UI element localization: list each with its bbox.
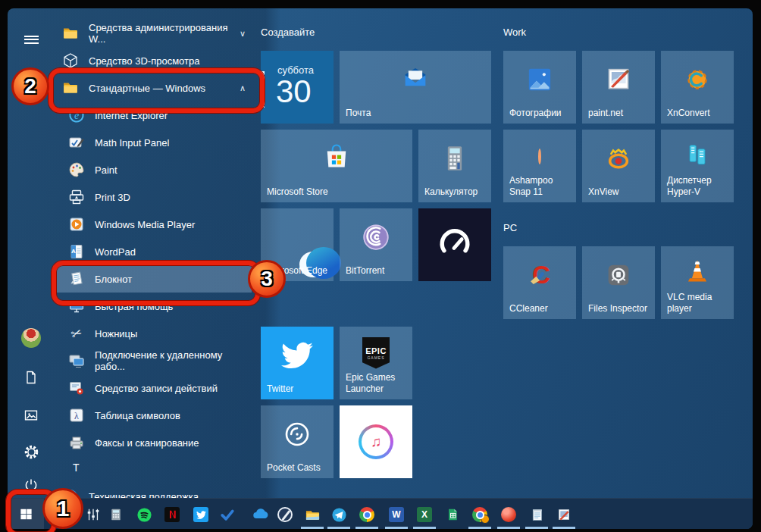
tile-label: Twitter xyxy=(267,383,330,396)
tile-group-header-pc: PC xyxy=(503,222,517,233)
tile-label: Files Inspector xyxy=(588,303,651,315)
open-app-indicator xyxy=(327,527,350,529)
tile-label: XnConvert xyxy=(667,108,730,120)
tile-ashampoo-snap[interactable]: Ashampoo Snap 11 xyxy=(503,130,576,202)
gear-icon xyxy=(23,444,39,460)
tile-photos[interactable]: Фотографии xyxy=(503,51,576,124)
annotation-step-1: 1 xyxy=(42,488,83,529)
pocket-casts-icon xyxy=(281,418,313,453)
taskbar-onedrive[interactable] xyxy=(250,505,270,524)
tile-calendar[interactable]: суббота 30 xyxy=(261,51,334,124)
tile-microsoft-store[interactable]: Microsoft Store xyxy=(261,130,412,202)
app-list-item-character-map[interactable]: λ Таблица символов xyxy=(53,402,252,429)
tile-itunes[interactable]: ♫ xyxy=(340,405,412,478)
tile-pocket-casts[interactable]: Pocket Casts xyxy=(261,405,334,478)
store-icon xyxy=(321,142,352,177)
tile-epic-games[interactable]: EPICGAMES Epic Games Launcher xyxy=(340,327,412,399)
todo-check-icon xyxy=(220,507,235,522)
ashampoo-snap-icon xyxy=(538,150,541,164)
tile-speedtest[interactable] xyxy=(418,208,491,281)
taskbar-volume-mixer[interactable] xyxy=(83,505,103,524)
tile-label: Ashampoo Snap 11 xyxy=(509,175,572,199)
taskbar-red-sphere-app[interactable] xyxy=(499,505,518,524)
taskbar: W X xyxy=(8,498,753,529)
app-list-item-remote-desktop[interactable]: Подключение к удаленному рабо... xyxy=(53,347,252,374)
open-app-indicator xyxy=(525,527,548,529)
chrome-icon xyxy=(359,507,374,522)
taskbar-excel[interactable]: X xyxy=(415,505,434,524)
tile-twitter[interactable]: Twitter xyxy=(261,327,334,399)
tile-calculator[interactable]: Калькулятор xyxy=(418,130,491,202)
photos-icon xyxy=(525,64,555,98)
google-sheets-icon xyxy=(446,508,459,521)
calculator-icon xyxy=(440,143,470,177)
tile-vlc[interactable]: VLC media player xyxy=(661,246,734,319)
app-label: Paint xyxy=(95,164,117,176)
app-list-item-steps-recorder[interactable]: Средство записи действий xyxy=(53,374,252,402)
tile-label: VLC media player xyxy=(667,292,730,315)
telegram-icon xyxy=(331,507,347,523)
tile-mail[interactable]: Почта xyxy=(340,51,491,124)
xnconvert-icon xyxy=(681,64,713,99)
taskbar-twitter[interactable] xyxy=(191,505,211,524)
taskbar-file-explorer[interactable] xyxy=(302,505,322,524)
taskbar-spotify[interactable] xyxy=(134,505,154,524)
twitter-icon xyxy=(193,507,208,522)
vlc-cone-icon xyxy=(682,257,712,290)
fax-icon xyxy=(68,434,85,451)
open-app-indicator xyxy=(385,527,408,529)
documents-button[interactable] xyxy=(20,366,42,389)
app-list-item-windows-media-player[interactable]: Windows Media Player xyxy=(53,211,252,238)
app-label: Средство 3D-просмотра xyxy=(89,55,199,67)
tile-bittorrent[interactable]: BitTorrent xyxy=(340,208,412,281)
tile-xnconvert[interactable]: XnConvert xyxy=(661,51,734,124)
tile-label: Microsoft Store xyxy=(267,186,409,199)
open-app-indicator xyxy=(355,527,378,529)
app-list-item-snipping-tool[interactable]: ✂ Ножницы xyxy=(53,320,252,347)
taskbar-word[interactable]: W xyxy=(387,505,406,524)
ccleaner-icon: C xyxy=(523,258,556,295)
tile-label: BitTorrent xyxy=(346,265,409,277)
tile-group-header-create: Создавайте xyxy=(261,27,315,38)
taskbar-google-sheets[interactable] xyxy=(443,505,462,524)
volume-mixer-icon xyxy=(86,507,101,522)
tile-paint-net[interactable]: paint.net xyxy=(582,51,655,124)
annotation-box-standard-windows xyxy=(49,68,265,113)
app-label: Средство записи действий xyxy=(95,383,218,394)
tile-ccleaner[interactable]: C CCleaner xyxy=(503,246,576,319)
app-list-item-print-3d[interactable]: Print 3D xyxy=(53,183,252,211)
tile-hyper-v[interactable]: Диспетчер Hyper-V xyxy=(661,130,734,202)
taskbar-chrome-profile[interactable] xyxy=(470,505,490,524)
steps-recorder-icon xyxy=(68,380,85,396)
open-app-indicator xyxy=(468,527,491,529)
menu-hamburger-button[interactable] xyxy=(20,28,42,51)
user-account-button[interactable] xyxy=(20,327,42,349)
app-list-item-paint[interactable]: Paint xyxy=(53,156,252,183)
xnview-icon xyxy=(603,142,634,177)
taskbar-netflix[interactable] xyxy=(162,505,182,524)
calendar-day: 30 xyxy=(276,74,312,110)
cube-icon xyxy=(62,52,79,69)
taskbar-telegram[interactable] xyxy=(329,505,349,524)
app-list-item-admin-tools[interactable]: Средства администрирования W... ∨ xyxy=(53,20,252,47)
excel-icon: X xyxy=(417,507,432,522)
app-list-item-fax-and-scan[interactable]: Факсы и сканирование xyxy=(53,429,252,456)
taskbar-chrome[interactable] xyxy=(357,505,377,524)
profile-badge xyxy=(481,515,490,524)
chrome-icon xyxy=(472,507,487,522)
taskbar-microsoft-todo[interactable] xyxy=(218,505,237,524)
tile-files-inspector[interactable]: Files Inspector xyxy=(582,246,655,319)
tile-xnview[interactable]: XnView xyxy=(582,130,655,202)
app-list-item-math-input-panel[interactable]: Math Input Panel xyxy=(53,129,252,156)
screenshot-frame: Средства администрирования W... ∨ Средст… xyxy=(0,0,761,532)
user-avatar-icon xyxy=(21,328,41,348)
settings-button[interactable] xyxy=(20,440,42,463)
pictures-button[interactable] xyxy=(20,404,42,427)
taskbar-notepad[interactable] xyxy=(527,505,546,524)
taskbar-paint-net[interactable] xyxy=(554,505,574,524)
taskbar-s-logo-app[interactable] xyxy=(275,505,295,524)
open-app-indicator xyxy=(553,527,575,529)
section-letter-t[interactable]: Т xyxy=(73,462,80,474)
taskbar-calculator[interactable] xyxy=(106,505,126,524)
annotation-step-3: 3 xyxy=(248,260,286,298)
